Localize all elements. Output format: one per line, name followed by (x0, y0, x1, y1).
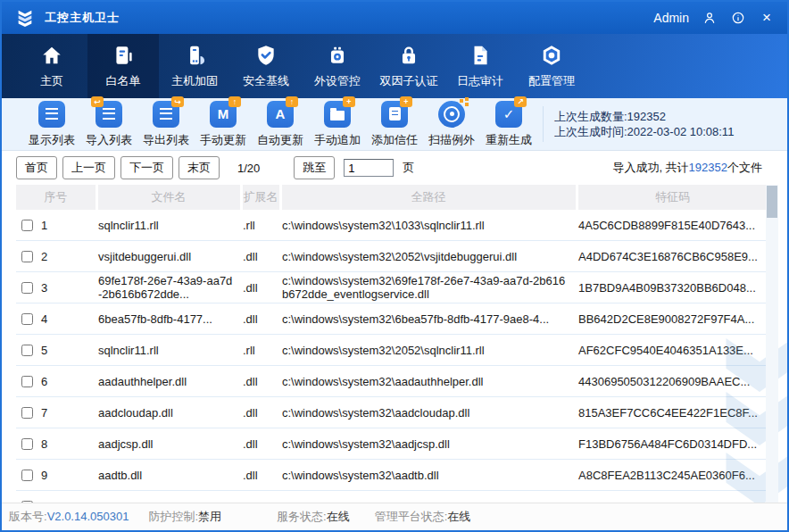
table-row[interactable]: 2 vsjitdebuggerui.dll .dll c:\windows\sy… (16, 241, 768, 272)
toolbar-divider (543, 106, 544, 142)
cell-path: c:\windows\system32\2052\vsjitdebuggerui… (280, 241, 577, 272)
main-nav: 主页 白名单 主机加固 (2, 34, 787, 98)
app-logo-icon (14, 7, 36, 29)
last-generated-time: 上次生成时间:2022-03-02 10:08:11 (554, 124, 734, 139)
title-bar: 工控主机卫士 Admin × (2, 2, 787, 34)
table-row[interactable]: 6 aadauthhelper.dll .dll c:\windows\syst… (16, 366, 768, 397)
row-checkbox[interactable] (21, 470, 33, 481)
row-index: 1 (41, 219, 47, 232)
row-checkbox[interactable] (21, 282, 33, 294)
table-row[interactable]: 7 aadcloudap.dll .dll c:\windows\system3… (16, 397, 768, 428)
usb-device-icon (326, 43, 349, 68)
whitelist-table-area: 序号 文件名 扩展名 全路径 特征码 1 sqlnclir11.rll .rll… (2, 185, 787, 503)
table-row[interactable]: 1 sqlnclir11.rll .rll c:\windows\system3… (16, 210, 768, 241)
table-row[interactable]: 4 6bea57fb-8dfb-4177... .dll c:\windows\… (16, 303, 768, 335)
toolbar-manual-append-button[interactable]: + 手动追加 (309, 101, 366, 148)
prev-page-button[interactable]: 上一页 (62, 156, 115, 179)
user-icon[interactable] (702, 10, 718, 26)
first-page-button[interactable]: 首页 (16, 156, 57, 179)
row-index: 8 (41, 437, 47, 451)
nav-item-label: 双因子认证 (380, 73, 438, 89)
toolbar-scan-exception-button[interactable]: 扫描例外 (423, 101, 480, 148)
row-checkbox[interactable] (21, 345, 33, 356)
nav-item-config-management[interactable]: 配置管理 (516, 34, 587, 98)
cell-path: c:\windows\system32\aadcloudap.dll (280, 397, 577, 428)
nav-item-two-factor-auth[interactable]: 双因子认证 (373, 34, 444, 98)
nav-item-label: 主机加固 (171, 73, 218, 89)
app-window: 工控主机卫士 Admin × 主页 (0, 0, 789, 532)
row-checkbox[interactable] (21, 313, 33, 325)
table-row[interactable]: 3 69fe178f-26e7-43a9-aa7d-2b616b672dde..… (16, 272, 768, 303)
version-info: 版本号:V2.0.14.050301 (9, 509, 129, 525)
last-page-button[interactable]: 末页 (179, 156, 220, 179)
table-row[interactable]: 10 aadwamextension.dll .dll c:\windows\s… (16, 491, 768, 503)
table-header-row: 序号 文件名 扩展名 全路径 特征码 (16, 185, 768, 210)
toolbar-show-list-button[interactable]: 显示列表 (23, 101, 80, 148)
scrollbar-thumb[interactable] (767, 186, 777, 218)
close-icon[interactable]: × (759, 10, 775, 26)
row-index: 2 (41, 250, 47, 263)
toolbar-regenerate-button[interactable]: ✓ ↗ 重新生成 (480, 101, 537, 148)
whitelist-icon (112, 43, 135, 68)
platform-status: 管理平台状态:在线 (375, 509, 471, 525)
row-index: 4 (41, 312, 47, 326)
row-checkbox[interactable] (21, 438, 33, 450)
cell-ext: .rll (241, 335, 280, 366)
row-checkbox[interactable] (21, 376, 33, 387)
cell-hash: 1B7BD9A4B09B37320BB6D048... (577, 272, 768, 303)
regenerate-icon: ✓ ↗ (495, 101, 522, 128)
table-scrollbar[interactable] (766, 185, 778, 503)
cell-path: c:\windows\system32\2052\sqlnclir11.rll (280, 335, 577, 366)
shield-check-icon (254, 43, 278, 68)
doc-add-icon: + (381, 101, 408, 128)
current-user[interactable]: Admin (653, 11, 689, 25)
row-checkbox[interactable] (21, 407, 33, 419)
row-index: 10 (41, 500, 54, 503)
protection-status: 防护控制:禁用 (148, 509, 221, 525)
generation-info: 上次生成数量:192352 上次生成时间:2022-03-02 10:08:11 (554, 109, 734, 139)
lock-icon (397, 43, 420, 68)
row-index: 7 (41, 406, 47, 420)
nav-item-label: 安全基线 (243, 73, 289, 89)
cell-ext: .rll (241, 210, 280, 241)
cell-hash: 4A5C6CDB8899F815E40D7643... (577, 210, 768, 241)
toolbar-export-list-button[interactable]: ↪ 导出列表 (137, 101, 195, 148)
nav-item-label: 外设管控 (314, 73, 361, 89)
titlebar-actions: Admin × (653, 10, 775, 26)
nav-item-whitelist[interactable]: 白名单 (87, 34, 159, 98)
toolbar-auto-update-button[interactable]: A ↑ 自动更新 (252, 101, 309, 148)
cell-hash: 29E08E16A1C3BD1095C371D1... (577, 491, 768, 503)
import-status: 导入成功, 共计192352个文件 (612, 160, 762, 176)
cell-filename: sqlnclir11.rll (96, 335, 241, 366)
jump-page-input[interactable] (344, 159, 394, 177)
row-checkbox[interactable] (21, 220, 33, 231)
toolbar-manual-update-button[interactable]: M ↑ 手动更新 (195, 101, 252, 148)
cell-ext: .dll (241, 366, 280, 397)
toolbar-import-list-button[interactable]: ↩ 导入列表 (80, 101, 137, 148)
jump-to-button[interactable]: 跳至 (294, 156, 335, 179)
folder-add-icon: + (324, 101, 351, 128)
cell-hash: 815A3EF7CC6C4EE422F1EC8F... (577, 397, 768, 428)
row-checkbox[interactable] (21, 251, 33, 262)
table-row[interactable]: 9 aadtb.dll .dll c:\windows\system32\aad… (16, 460, 768, 491)
export-list-icon: ↪ (153, 101, 179, 128)
table-row[interactable]: 8 aadjcsp.dll .dll c:\windows\system32\a… (16, 428, 768, 460)
table-row[interactable]: 5 sqlnclir11.rll .rll c:\windows\system3… (16, 335, 768, 366)
next-page-button[interactable]: 下一页 (120, 156, 173, 179)
cell-filename: aadcloudap.dll (96, 397, 241, 428)
nav-item-home[interactable]: 主页 (16, 34, 87, 98)
nav-item-label: 白名单 (106, 73, 141, 89)
nav-item-host-hardening[interactable]: 主机加固 (159, 34, 230, 98)
col-header-ext: 扩展名 (241, 185, 280, 210)
pixels-badge-icon (457, 96, 469, 107)
export-badge-icon: ↪ (171, 96, 184, 107)
hexagon-gear-icon (540, 43, 563, 68)
row-checkbox[interactable] (21, 501, 33, 503)
nav-item-security-baseline[interactable]: 安全基线 (230, 34, 302, 98)
toolbar-add-trust-button[interactable]: + 添加信任 (366, 101, 423, 148)
file-count: 192352 (689, 161, 727, 174)
nav-item-log-audit[interactable]: 日志审计 (444, 34, 516, 98)
nav-item-peripheral-control[interactable]: 外设管控 (302, 34, 373, 98)
info-icon[interactable] (730, 10, 746, 26)
cell-filename: sqlnclir11.rll (96, 210, 241, 241)
